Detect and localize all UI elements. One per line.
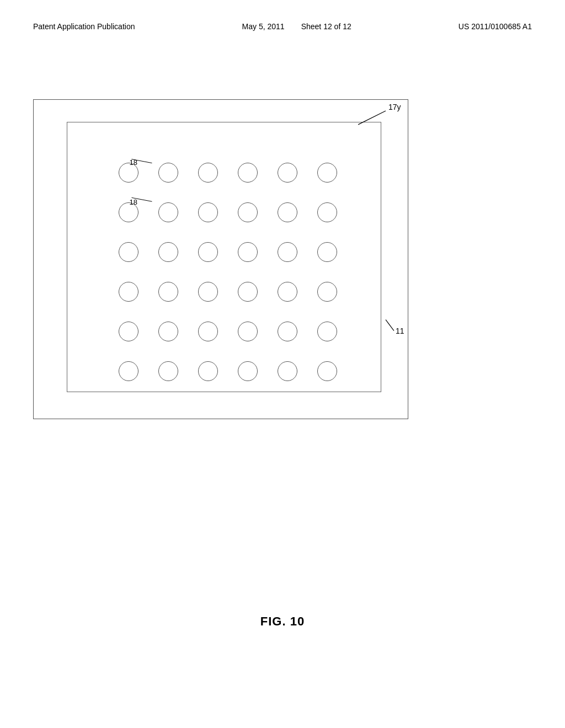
header-date: May 5, 2011 — [242, 22, 285, 31]
circle-r2c5 — [278, 202, 297, 222]
circle-cell-r2c5 — [268, 192, 307, 232]
circle-r2c4 — [238, 202, 258, 222]
circle-r1c2 — [158, 163, 178, 183]
circle-r5c5 — [278, 322, 297, 341]
circle-cell-r2c3 — [188, 192, 228, 232]
circle-cell-r4c6 — [307, 272, 347, 312]
circle-r6c2 — [158, 361, 178, 381]
figure-caption-area: FIG. 10 — [0, 614, 565, 629]
header-sheet-info: Sheet 12 of 12 — [301, 22, 351, 31]
circle-cell-r3c5 — [268, 232, 307, 272]
circle-r4c6 — [317, 282, 337, 302]
circle-r6c1 — [119, 361, 138, 381]
inner-rect-17y: 18 18 — [67, 122, 381, 392]
circle-r2c3 — [198, 202, 218, 222]
circle-cell-r5c4 — [228, 312, 268, 351]
circle-r2c2 — [158, 202, 178, 222]
label-18-row2: 18 — [129, 198, 137, 206]
circle-r3c1 — [119, 242, 138, 262]
circle-cell-r1c6 — [307, 153, 347, 192]
circle-r5c6 — [317, 322, 337, 341]
diagram-area: 18 18 — [33, 99, 532, 552]
circle-cell-r4c4 — [228, 272, 268, 312]
page-header: Patent Application Publication May 5, 20… — [0, 22, 565, 31]
circle-r6c5 — [278, 361, 297, 381]
circle-r4c1 — [119, 282, 138, 302]
circle-r6c3 — [198, 361, 218, 381]
svg-line-2 — [386, 320, 394, 331]
circle-cell-r1c3 — [188, 153, 228, 192]
circle-cell-r6c5 — [268, 351, 307, 391]
header-center-info: May 5, 2011 Sheet 12 of 12 — [242, 22, 351, 31]
circle-cell-r5c6 — [307, 312, 347, 351]
circle-cell-r6c6 — [307, 351, 347, 391]
circle-cell-r2c2 — [148, 192, 188, 232]
outer-rect-11: 18 18 — [33, 99, 408, 419]
circle-r3c2 — [158, 242, 178, 262]
circle-r5c4 — [238, 322, 258, 341]
circle-r6c4 — [238, 361, 258, 381]
circle-cell-r2c4 — [228, 192, 268, 232]
circle-cell-r1c5 — [268, 153, 307, 192]
circle-r1c6 — [317, 163, 337, 183]
label-18-row1: 18 — [129, 158, 137, 167]
circle-cell-r3c3 — [188, 232, 228, 272]
circle-r4c3 — [198, 282, 218, 302]
circle-cell-r5c5 — [268, 312, 307, 351]
circle-cell-r2c1: 18 — [109, 192, 148, 232]
circle-cell-r3c2 — [148, 232, 188, 272]
circle-cell-r6c4 — [228, 351, 268, 391]
circle-cell-r3c4 — [228, 232, 268, 272]
circle-cell-r4c3 — [188, 272, 228, 312]
circle-r4c4 — [238, 282, 258, 302]
circle-r2c6 — [317, 202, 337, 222]
circle-cell-r1c2 — [148, 153, 188, 192]
circle-cell-r1c1: 18 — [109, 153, 148, 192]
circle-r1c4 — [238, 163, 258, 183]
circle-cell-r6c1 — [109, 351, 148, 391]
circle-r6c6 — [317, 361, 337, 381]
circle-cell-r4c2 — [148, 272, 188, 312]
circle-r3c6 — [317, 242, 337, 262]
circle-r5c1 — [119, 322, 138, 341]
circle-cell-r1c4 — [228, 153, 268, 192]
svg-text:11: 11 — [396, 326, 404, 335]
circle-r1c5 — [278, 163, 297, 183]
circle-cell-r2c6 — [307, 192, 347, 232]
circle-grid: 18 18 — [109, 153, 347, 391]
circle-cell-r5c3 — [188, 312, 228, 351]
circle-r3c3 — [198, 242, 218, 262]
figure-caption-label: FIG. 10 — [260, 614, 305, 628]
circle-cell-r4c5 — [268, 272, 307, 312]
header-publication-label: Patent Application Publication — [33, 22, 135, 31]
svg-text:17y: 17y — [388, 103, 401, 111]
circle-cell-r6c3 — [188, 351, 228, 391]
circle-cell-r5c1 — [109, 312, 148, 351]
circle-r5c3 — [198, 322, 218, 341]
header-patent-number: US 2011/0100685 A1 — [459, 22, 532, 31]
circle-r1c3 — [198, 163, 218, 183]
circle-cell-r4c1 — [109, 272, 148, 312]
circle-r4c5 — [278, 282, 297, 302]
circle-r4c2 — [158, 282, 178, 302]
circle-r5c2 — [158, 322, 178, 341]
circle-cell-r6c2 — [148, 351, 188, 391]
circle-cell-r5c2 — [148, 312, 188, 351]
circle-r3c4 — [238, 242, 258, 262]
circle-r3c5 — [278, 242, 297, 262]
circle-cell-r3c6 — [307, 232, 347, 272]
circle-cell-r3c1 — [109, 232, 148, 272]
